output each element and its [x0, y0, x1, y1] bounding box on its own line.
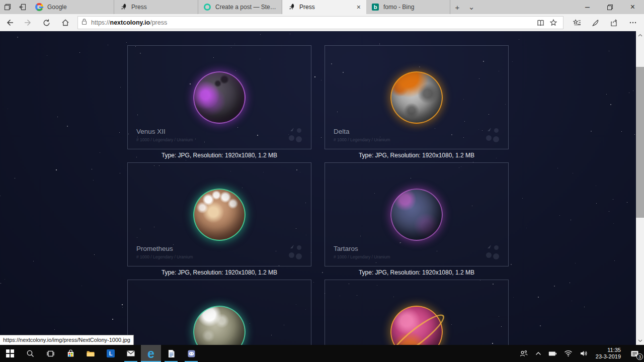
new-tab-button[interactable]: +	[450, 0, 464, 14]
file-explorer-button[interactable]	[80, 345, 101, 362]
press-card-delta[interactable]: Delta # 1000 / Legendary / Uranium	[325, 45, 509, 149]
start-button[interactable]	[0, 345, 20, 362]
writer-document-icon	[168, 349, 175, 358]
tab-label: Press	[299, 4, 355, 11]
tab-close-icon[interactable]: ×	[355, 3, 362, 11]
forward-icon[interactable]	[19, 14, 37, 31]
battery-icon[interactable]	[545, 345, 560, 362]
reading-view-icon[interactable]	[534, 19, 547, 27]
scroll-up-icon[interactable]	[636, 31, 644, 39]
image-caption: Type: JPG, Resolution: 1920x1080, 1.2 MB	[325, 266, 509, 280]
tab-label: Google	[47, 4, 110, 11]
steemit-favicon-icon	[203, 3, 211, 11]
refresh-icon[interactable]	[37, 14, 56, 31]
planet-meta: # 1000 / Legendary / Uranium	[136, 254, 193, 259]
image-caption: Type: JPG, Resolution: 1920x1080, 1.2 MB	[127, 266, 311, 280]
taskbar-search-button[interactable]	[20, 345, 40, 362]
planet-ring	[386, 309, 449, 345]
lock-icon	[81, 18, 88, 27]
mail-button[interactable]	[121, 345, 141, 362]
libreoffice-writer-button[interactable]	[161, 345, 181, 362]
grid-cell: Prometheus # 1000 / Legendary / Uranium …	[127, 162, 311, 280]
press-card-tartaros[interactable]: Tartaros # 1000 / Legendary / Uranium	[325, 162, 509, 266]
planet-image-bottom-left	[193, 306, 246, 345]
microsoft-store-button[interactable]	[60, 345, 80, 362]
grid-cell	[127, 280, 311, 345]
set-tabs-aside-icon[interactable]	[0, 0, 15, 14]
tab-label: fomo - Bing	[383, 4, 446, 11]
press-card-venus-xii[interactable]: Venus XII # 1000 / Legendary / Uranium	[127, 45, 311, 149]
clock-date: 23-3-2019	[596, 353, 621, 360]
planet-name: Prometheus	[136, 245, 173, 252]
planet-meta: # 1000 / Legendary / Uranium	[334, 137, 390, 142]
planet-image-prometheus	[193, 189, 246, 241]
wifi-icon[interactable]	[560, 345, 576, 362]
press-card-prometheus[interactable]: Prometheus # 1000 / Legendary / Uranium	[127, 162, 311, 266]
tab-preview-icon[interactable]	[15, 0, 30, 14]
press-card-bottom-right[interactable]	[325, 280, 509, 345]
app-l-button[interactable]: L	[101, 345, 121, 362]
planet-meta: # 1000 / Legendary / Uranium	[334, 254, 390, 259]
browser-toolbar: https://nextcolony.io/press	[0, 14, 644, 31]
nextcolony-logo-icon	[288, 245, 303, 260]
planet-image-bottom-right	[390, 306, 443, 345]
volume-icon[interactable]	[576, 345, 592, 362]
planet-image-tartaros	[390, 189, 443, 241]
browser-titlebar: Google Press Create a post — Steemit Pre…	[0, 0, 644, 14]
web-note-pen-icon[interactable]	[586, 14, 605, 31]
windows-taskbar: L e 11:35 23-3-2019 3	[0, 345, 644, 362]
tab-steemit[interactable]: Create a post — Steemit	[198, 0, 282, 14]
share-icon[interactable]	[605, 14, 623, 31]
planet-image-venus-xii	[193, 71, 246, 124]
discord-button[interactable]	[181, 345, 201, 362]
clock-time: 11:35	[596, 347, 621, 353]
scrollbar-thumb[interactable]	[636, 67, 644, 218]
task-view-button[interactable]	[40, 345, 60, 362]
tab-label: Press	[131, 4, 194, 11]
store-icon	[66, 349, 75, 358]
grid-cell: Delta # 1000 / Legendary / Uranium Type:…	[325, 45, 509, 162]
notification-badge: 3	[636, 353, 643, 360]
tab-google[interactable]: Google	[30, 0, 114, 14]
planet-name: Venus XII	[136, 128, 166, 135]
image-caption: Type: JPG, Resolution: 1920x1080, 1.2 MB	[325, 149, 509, 162]
tab-press-1[interactable]: Press	[114, 0, 198, 14]
close-button[interactable]: ×	[621, 0, 644, 14]
people-button[interactable]	[516, 345, 532, 362]
rocket-favicon-icon	[287, 3, 295, 11]
bing-favicon-icon: b	[371, 3, 379, 11]
favorite-star-icon[interactable]	[547, 19, 560, 27]
action-center-button[interactable]: 3	[625, 345, 644, 362]
people-icon	[519, 349, 528, 357]
scroll-down-icon[interactable]	[636, 337, 644, 345]
rocket-favicon-icon	[119, 3, 127, 11]
page-scrollbar[interactable]	[636, 31, 644, 345]
back-icon[interactable]	[0, 14, 19, 31]
hub-favorites-icon[interactable]	[568, 14, 586, 31]
grid-cell: Tartaros # 1000 / Legendary / Uranium Ty…	[325, 162, 509, 280]
nextcolony-logo-icon	[485, 245, 500, 260]
image-caption: Type: JPG, Resolution: 1920x1080, 1.2 MB	[127, 149, 311, 162]
home-icon[interactable]	[56, 14, 74, 31]
tab-bing[interactable]: b fomo - Bing	[366, 0, 450, 14]
windows-logo-icon	[6, 349, 14, 357]
address-bar[interactable]: https://nextcolony.io/press	[77, 16, 564, 29]
planet-name: Tartaros	[334, 245, 358, 252]
nextcolony-logo-icon	[485, 128, 500, 143]
planet-image-delta	[390, 71, 443, 124]
more-options-icon[interactable]	[623, 14, 642, 31]
tab-dropdown-button[interactable]: ⌄	[464, 0, 478, 14]
tab-press-active[interactable]: Press ×	[282, 0, 366, 14]
restore-button[interactable]	[599, 0, 621, 14]
tray-chevron-icon[interactable]	[532, 345, 545, 362]
url-text: https://nextcolony.io/press	[91, 19, 534, 26]
page-viewport: Venus XII # 1000 / Legendary / Uranium T…	[0, 31, 644, 345]
grid-cell: Venus XII # 1000 / Legendary / Uranium T…	[127, 45, 311, 162]
press-image-grid: Venus XII # 1000 / Legendary / Uranium T…	[127, 45, 509, 345]
taskbar-clock[interactable]: 11:35 23-3-2019	[592, 347, 625, 360]
minimize-button[interactable]: –	[576, 0, 599, 14]
folder-icon	[86, 350, 95, 357]
planet-name: Delta	[334, 128, 350, 135]
press-card-bottom-left[interactable]	[127, 280, 311, 345]
edge-button[interactable]: e	[141, 345, 161, 362]
